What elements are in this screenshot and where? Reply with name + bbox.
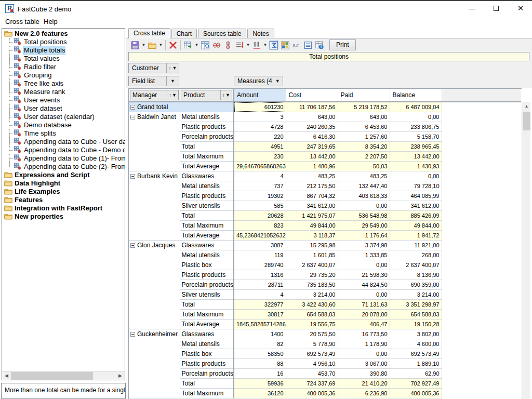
grid-cell[interactable]: 13 442,00 [286, 152, 338, 162]
tree-item-appending-data-to-cube-2-from-save[interactable]: Appending data to Cube (2)- From Save [2, 163, 125, 171]
grid-cell[interactable]: 400 005,36 [390, 389, 442, 398]
scroll-right-icon[interactable]: ▶ [116, 371, 125, 380]
grid-cell[interactable]: 341 612,00 [390, 201, 442, 211]
grid-cell[interactable]: 289740 [234, 260, 286, 270]
row-label-product[interactable]: Total Average [180, 231, 234, 241]
grid-cell[interactable]: 867 704,32 [286, 191, 338, 201]
grid-cell[interactable]: 643,00 [338, 112, 390, 122]
grid-cell[interactable]: 585 [234, 201, 286, 211]
row-label-product[interactable]: Glasswares [180, 171, 234, 181]
column-header-paid[interactable]: Paid [338, 89, 390, 102]
row-label-product[interactable]: Silver utensils [180, 290, 234, 300]
grid-cell[interactable]: 3087 [234, 241, 286, 250]
row-label-product[interactable]: Porcelain products [180, 132, 234, 142]
grid-cell[interactable]: 1 333,85 [338, 250, 390, 260]
grid-cell[interactable]: 654 588,03 [390, 310, 442, 320]
grid-cell[interactable]: 403 618,33 [338, 191, 390, 201]
grid-cell[interactable]: 4 [234, 171, 286, 181]
grid-cell[interactable]: 702 927,49 [390, 379, 442, 389]
grid-cell[interactable]: 724 337,69 [286, 379, 338, 389]
grid-cell[interactable]: 654 588,03 [286, 310, 338, 320]
grid-cell[interactable]: 737 [234, 181, 286, 191]
grid-info-button[interactable]: i [314, 39, 325, 51]
grid-cell[interactable]: 3 118,37 [286, 231, 338, 241]
grid-cell[interactable]: 119 [234, 250, 286, 260]
grid-cell[interactable]: 62,90 [390, 369, 442, 379]
grid-cell[interactable]: 0,00 [338, 201, 390, 211]
tree-item-tree-like-axis[interactable]: Tree like axis [2, 79, 125, 88]
grid-cell[interactable]: 11 706 187,56 [286, 102, 338, 112]
details-button[interactable] [302, 39, 314, 51]
tree-item-user-events[interactable]: User events [2, 96, 125, 104]
grid-cell[interactable]: 1 421 975,07 [286, 211, 338, 221]
grid-cell[interactable]: 4 [234, 290, 286, 300]
grid-cell[interactable]: 6 487 009,04 [390, 102, 442, 112]
tab-chart[interactable]: Chart [171, 29, 197, 38]
swap-axes-button[interactable] [222, 39, 234, 51]
grid-vertical-scrollbar[interactable]: ▲ [522, 102, 530, 399]
row-label-product[interactable]: Total Maximum [180, 152, 234, 162]
grid-cell[interactable]: 1 889,10 [390, 359, 442, 369]
grid-cell[interactable]: 82 [234, 339, 286, 349]
row-label-product[interactable]: Plastic products [180, 191, 234, 201]
grid-cell[interactable]: 483,25 [286, 171, 338, 181]
row-label-product[interactable]: Total Average [180, 162, 234, 171]
collapse-icon[interactable] [130, 105, 135, 110]
grid-cell[interactable]: 11 921,00 [390, 241, 442, 250]
row-label-manager[interactable]: Glon Jacques [129, 241, 180, 329]
open-button[interactable] [147, 39, 158, 51]
row-label-product[interactable]: Metal utensils [180, 339, 234, 349]
grid-cell[interactable]: 1 601,85 [286, 250, 338, 260]
grid-cell[interactable]: 8 136,90 [390, 270, 442, 280]
grid-cell[interactable]: 322977 [234, 300, 286, 310]
customer-sort-dropdown[interactable]: ↑▼ [166, 63, 179, 73]
grid-cell[interactable]: 643,00 [286, 112, 338, 122]
tree-folder-new-properties[interactable]: New properties [2, 212, 125, 221]
column-header-cost[interactable]: Cost [286, 89, 338, 102]
measures-button[interactable]: Measures (4) ▼ [234, 76, 283, 86]
row-label-product[interactable]: Total Maximum [180, 221, 234, 231]
grid-cell[interactable]: 268,00 [390, 250, 442, 260]
grid-cell[interactable]: 4 600,00 [390, 339, 442, 349]
row-field-product-button[interactable]: Product↑▼ [181, 90, 232, 100]
tree-horizontal-scrollbar[interactable]: ◀ ▶ [2, 371, 125, 380]
grid-cell[interactable]: 1 178,90 [338, 339, 390, 349]
grid-cell[interactable]: 49 844,00 [286, 221, 338, 231]
grid-cell[interactable]: 19 150,28 [390, 320, 442, 329]
tree-item-appending-data-to-cube-demo-database[interactable]: Appending data to Cube - Demo database [2, 146, 125, 154]
grid-cell[interactable]: 3 351 298,97 [390, 300, 442, 310]
tree-item-total-positions[interactable]: Total positions [2, 38, 125, 46]
grid-cell[interactable]: 88 [234, 359, 286, 369]
grid-cell[interactable]: 5 778,90 [286, 339, 338, 349]
grid-cell[interactable]: 3 214,00 [286, 290, 338, 300]
grid-cell[interactable]: 230 [234, 152, 286, 162]
grid-cell[interactable]: 15 295,98 [286, 241, 338, 250]
row-field-sort-dropdown[interactable]: ↑▼ [220, 90, 232, 100]
row-label-product[interactable]: Total [180, 211, 234, 221]
tree-item-radio-filter[interactable]: Radio filter [2, 63, 125, 71]
grid-cell[interactable]: 341 612,00 [286, 201, 338, 211]
row-label-product[interactable]: Plastic box [180, 349, 234, 359]
grid-cell[interactable]: 1 941,72 [390, 231, 442, 241]
grid-cell[interactable]: 601230 [234, 102, 286, 112]
grid-cell[interactable]: 2 637 400,07 [390, 260, 442, 270]
grid-cell[interactable]: 233 806,75 [390, 122, 442, 132]
row-label-product[interactable]: Total Average [180, 320, 234, 329]
collapse-icon[interactable] [130, 243, 135, 248]
column-header-balance[interactable]: Balance [390, 89, 442, 102]
grid-cell[interactable]: 247 319,65 [286, 142, 338, 152]
grid-cell[interactable]: 20 575,50 [286, 329, 338, 339]
grid-cell[interactable]: 390,80 [338, 369, 390, 379]
grid-cell[interactable]: 240 260,35 [286, 122, 338, 132]
grid-cell[interactable]: 735 183,50 [286, 280, 338, 290]
grid-cell[interactable]: 823 [234, 221, 286, 231]
field-list-dropdown[interactable]: ▼ [166, 76, 179, 86]
grid-cell[interactable]: 3 422 430,60 [286, 300, 338, 310]
row-sort-dropdown-caret[interactable]: ▼ [245, 39, 251, 51]
sum-button[interactable] [268, 39, 280, 51]
tree-folder-features[interactable]: Features [2, 196, 125, 204]
open-dropdown-caret[interactable]: ▼ [158, 39, 164, 51]
close-button[interactable]: ✕ [509, 1, 532, 16]
grid-cell[interactable]: 5 158,70 [390, 132, 442, 142]
tree-item-appending-data-to-cube-user-dataset[interactable]: Appending data to Cube - User dataset [2, 138, 125, 146]
